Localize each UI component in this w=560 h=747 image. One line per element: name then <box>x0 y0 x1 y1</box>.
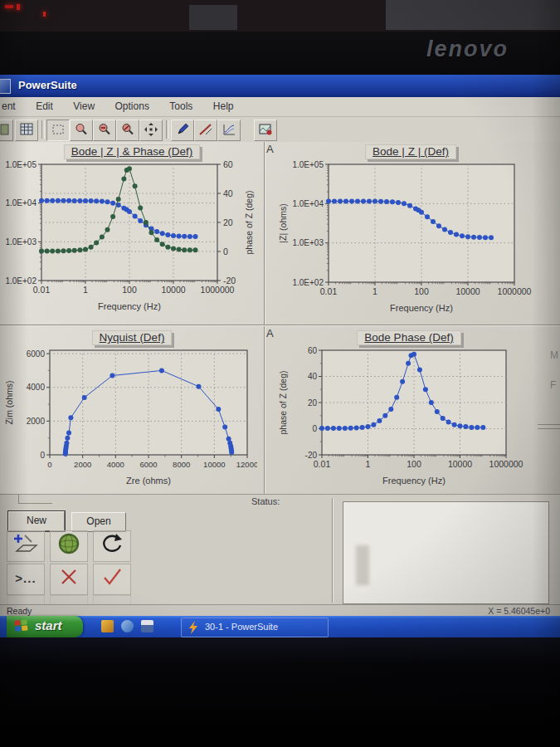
window-reflection-small <box>189 5 237 30</box>
task-button-powersuite[interactable]: 30-1 - PowerSuite <box>181 618 329 637</box>
svg-text:0: 0 <box>40 451 45 460</box>
bode-z-phase-panel[interactable]: Bode | Z | & Phase (Def) 0.0111001000010… <box>3 144 261 320</box>
svg-text:20: 20 <box>308 398 318 408</box>
menu-help[interactable]: Help <box>205 97 242 112</box>
svg-text:10000: 10000 <box>455 286 480 296</box>
edge-artifact-line <box>538 424 560 429</box>
run-icon: >... <box>7 564 44 593</box>
window-reflection-large <box>386 0 560 30</box>
svg-text:0: 0 <box>47 460 51 469</box>
bode-z-panel[interactable]: Bode | Z | (Def) 0.0111001000010000001.0… <box>277 144 544 321</box>
svg-text:Frequency (Hz): Frequency (Hz) <box>98 301 161 311</box>
corner-mark <box>18 495 52 504</box>
svg-text:1.0E+02: 1.0E+02 <box>5 276 37 286</box>
pane-divider-vertical[interactable] <box>264 142 265 494</box>
app-statusbar: Ready X = 5.46045e+0 <box>0 604 560 617</box>
chart-title-bode-z: Bode | Z | (Def) <box>365 144 456 159</box>
select-region-button[interactable] <box>46 120 70 141</box>
pane-divider-horizontal[interactable] <box>0 325 560 326</box>
toolbar <box>0 117 560 143</box>
svg-text:|Z| (ohms): |Z| (ohms) <box>278 203 288 242</box>
bode-z-plot: 0.0111001000010000001.0E+051.0E+041.0E+0… <box>277 159 539 315</box>
menu-options[interactable]: Options <box>107 97 158 112</box>
room-background <box>0 0 560 32</box>
svg-text:-20: -20 <box>223 276 236 286</box>
new-button[interactable]: New <box>8 511 65 531</box>
svg-text:100: 100 <box>407 459 421 469</box>
zoom-out-icon <box>94 122 115 137</box>
screen-smudge <box>356 545 369 585</box>
toolbar-separator <box>166 120 169 139</box>
chart-client-area: A A Bode | Z | & Phase (Def) 0.011100100… <box>0 142 560 494</box>
edge-letter-m: M <box>550 349 558 361</box>
svg-text:10000: 10000 <box>203 460 225 469</box>
run-button[interactable]: >... <box>7 564 45 595</box>
chart-tool-button[interactable] <box>217 120 241 141</box>
window-titlebar[interactable]: PowerSuite <box>0 75 560 97</box>
globe-icon <box>51 531 87 559</box>
app-icon <box>0 79 11 94</box>
partial-tool-button[interactable] <box>0 120 13 141</box>
menu-tools[interactable]: Tools <box>161 97 201 112</box>
line-tool-button[interactable] <box>194 120 217 141</box>
svg-text:100: 100 <box>122 285 137 295</box>
photo-of-monitor: lenovo PowerSuite ent Edit View Options … <box>0 0 560 747</box>
svg-text:1.0E+02: 1.0E+02 <box>292 278 324 287</box>
menu-experiment[interactable]: ent <box>0 97 24 112</box>
svg-text:60: 60 <box>308 346 318 355</box>
svg-text:8000: 8000 <box>173 460 190 469</box>
cancel-button[interactable] <box>50 564 88 595</box>
accept-button[interactable] <box>93 564 131 595</box>
svg-text:1.0E+03: 1.0E+03 <box>5 237 37 247</box>
start-button[interactable]: start <box>7 616 83 637</box>
refresh-button[interactable] <box>93 530 131 562</box>
svg-text:0.01: 0.01 <box>320 286 338 296</box>
chart-tool-icon <box>218 122 240 137</box>
zoom-in-icon <box>71 122 92 137</box>
data-table-button[interactable] <box>15 120 38 141</box>
monitor-bezel: lenovo <box>0 32 560 75</box>
open-button[interactable]: Open <box>71 512 126 532</box>
chart-title-nyquist: Nyquist (Def) <box>92 330 173 345</box>
new-experiment-button[interactable] <box>7 530 45 562</box>
control-panel: Status: New Open >... <box>0 494 560 605</box>
zoom-out-button[interactable] <box>93 120 116 141</box>
zoom-in-button[interactable] <box>70 120 93 141</box>
window-title: PowerSuite <box>18 79 77 91</box>
globe-button[interactable] <box>50 530 88 562</box>
zoom-reset-button[interactable] <box>116 120 139 141</box>
svg-text:phase of Z (deg): phase of Z (deg) <box>278 370 288 434</box>
pen-icon <box>172 122 193 137</box>
statusbar-coordinate-readout: X = 5.46045e+0 <box>488 606 550 616</box>
quicklaunch-icon-1[interactable] <box>101 620 114 632</box>
statusbar-ready-text: Ready <box>7 606 32 616</box>
export-image-button[interactable] <box>254 120 277 141</box>
svg-text:1.0E+03: 1.0E+03 <box>292 238 324 247</box>
bode-phase-panel[interactable]: Bode Phase (Def) 0.011100100001000000604… <box>277 330 541 492</box>
bode-z-phase-plot: 0.0111001000010000001.0E+051.0E+041.0E+0… <box>3 159 257 314</box>
quicklaunch-icon-2[interactable] <box>121 620 134 632</box>
svg-text:1000000: 1000000 <box>201 285 235 295</box>
pan-button[interactable] <box>139 120 163 141</box>
svg-text:10000: 10000 <box>448 459 472 469</box>
data-table-icon <box>16 122 37 137</box>
check-icon <box>94 564 130 593</box>
svg-text:4000: 4000 <box>27 383 46 392</box>
edge-letter-f: F <box>550 379 556 391</box>
quicklaunch-icon-3[interactable] <box>141 620 153 632</box>
pen-button[interactable] <box>171 120 194 141</box>
toolbar-separator <box>41 120 45 139</box>
svg-text:6000: 6000 <box>139 460 157 469</box>
svg-text:1: 1 <box>366 459 371 469</box>
svg-text:Zre (ohms): Zre (ohms) <box>126 476 171 486</box>
svg-text:100: 100 <box>414 286 429 296</box>
menu-view[interactable]: View <box>65 97 103 112</box>
zoom-reset-icon <box>117 122 139 137</box>
led-indicator <box>5 3 55 20</box>
svg-text:0.01: 0.01 <box>33 285 51 295</box>
svg-text:-20: -20 <box>305 451 318 460</box>
svg-text:40: 40 <box>308 372 318 381</box>
status-label: Status: <box>251 496 280 506</box>
menu-edit[interactable]: Edit <box>27 97 61 112</box>
nyquist-panel[interactable]: Nyquist (Def) 02000400060008000100001200… <box>3 330 261 492</box>
